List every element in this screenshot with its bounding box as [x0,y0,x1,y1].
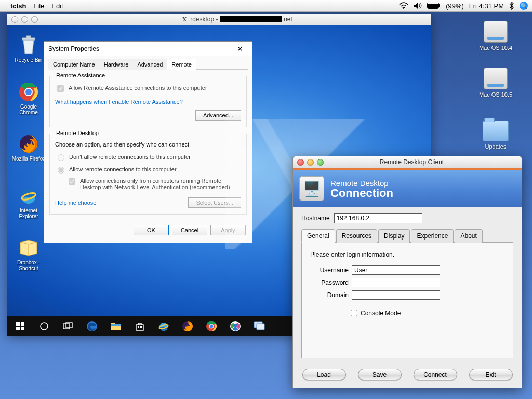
spotlight-icon[interactable]: 🔍 [520,2,528,10]
rdc-tab-about[interactable]: About [455,229,482,243]
svg-rect-3 [428,4,438,8]
rdc-tab-display[interactable]: Display [378,229,410,243]
sysprop-ok-button[interactable]: OK [134,225,169,235]
ra-help-link[interactable]: What happens when I enable Remote Assist… [55,99,183,105]
win-icon-recycle-bin[interactable]: Recycle Bin [10,35,47,63]
rdc-exit-button[interactable]: Exit [469,369,513,380]
rdc-banner: 🖥️ Remote Desktop Connection [293,168,522,207]
console-mode-checkbox[interactable] [351,310,357,316]
volume-icon[interactable] [414,2,422,9]
taskbar-rdesktop[interactable] [247,316,271,336]
taskbar-edge[interactable] [80,316,104,336]
x11-title: Xrdesktop - .net [42,16,431,23]
win-icon-ie[interactable]: Internet Explorer [10,185,47,219]
sysprop-titlebar[interactable]: System Properties ✕ [44,42,252,56]
tab-remote[interactable]: Remote [167,59,196,70]
remote-desktop-group: Remote Desktop Choose an option, and the… [49,134,247,215]
svg-rect-19 [138,326,139,328]
tab-computer-name[interactable]: Computer Name [48,59,100,70]
rdc-connect-button[interactable]: Connect [414,369,457,380]
ra-advanced-button[interactable]: Advanced... [195,110,241,121]
svg-point-28 [234,324,237,327]
wifi-icon[interactable] [399,2,408,9]
desktop-hd-2-label: Mac OS 10.5 [479,91,512,98]
rdc-tab-resources[interactable]: Resources [336,229,377,243]
battery-icon[interactable] [427,3,441,9]
desktop-hd-1-label: Mac OS 10.4 [479,45,512,51]
menubar-clock[interactable]: Fri 4:31 PM [469,2,504,10]
task-view-button[interactable] [56,316,80,336]
x11-icon: X [181,16,188,23]
win-icon-dropbox[interactable]: Dropbox - Shortcut [10,237,47,271]
sysprop-title: System Properties [48,45,232,52]
rdc-window: Remote Desktop Client 🖥️ Remote Desktop … [292,156,522,388]
x11-minimize-button[interactable] [21,16,28,23]
file-menu[interactable]: File [33,2,44,10]
rdc-brand-icon: 🖥️ [299,176,324,201]
username-input[interactable] [352,265,440,275]
username-label: Username [310,267,349,274]
rd-radio-allow[interactable]: Allow remote connections to this compute… [55,165,241,174]
taskbar-people[interactable] [223,316,247,336]
password-input[interactable] [352,278,440,287]
rdc-load-button[interactable]: Load [302,369,346,380]
svg-point-6 [25,89,32,95]
ra-legend: Remote Assistance [54,72,107,78]
start-button[interactable] [8,316,32,336]
hostname-input[interactable] [334,213,422,223]
taskbar-firefox[interactable] [176,316,200,336]
rdc-prompt: Please enter login information. [310,251,504,258]
edit-menu[interactable]: Edit [51,2,63,10]
desktop-hd-2[interactable]: Mac OS 10.5 [475,68,516,98]
rdc-tabs: General Resources Display Experience Abo… [301,229,513,243]
console-mode-label: Console Mode [361,310,401,317]
sysprop-apply-button[interactable]: Apply [210,225,246,235]
redacted-host [220,16,282,22]
desktop-folder-updates-label: Updates [485,143,507,150]
hostname-label: Hostname [301,215,330,222]
desktop-folder-updates[interactable]: Updates [475,119,516,150]
sysprop-cancel-button[interactable]: Cancel [172,225,207,235]
rdc-tab-experience[interactable]: Experience [411,229,454,243]
rdc-minimize-button[interactable] [307,159,314,166]
win-icon-chrome[interactable]: Google Chrome [10,82,47,115]
rd-help-link[interactable]: Help me choose [55,200,97,206]
select-users-button[interactable]: Select Users... [188,197,241,208]
tab-advanced[interactable]: Advanced [132,59,167,70]
rd-nla-checkbox[interactable]: Allow connections only from computers ru… [66,178,241,190]
svg-rect-11 [21,322,24,326]
svg-rect-13 [21,327,24,330]
taskbar-ie[interactable] [152,316,176,336]
svg-rect-18 [111,324,121,326]
taskbar-store[interactable] [128,316,152,336]
rd-intro: Choose an option, and then specify who c… [55,141,241,148]
password-label: Password [310,279,349,286]
rdc-save-button[interactable]: Save [358,369,402,380]
taskbar-explorer[interactable] [104,316,128,336]
rdc-tab-general[interactable]: General [301,229,335,243]
ra-allow-checkbox[interactable]: Allow Remote Assistance connections to t… [55,85,241,94]
svg-rect-20 [140,326,142,328]
x11-titlebar[interactable]: Xrdesktop - .net [7,14,431,25]
svg-point-0 [403,8,404,9]
svg-point-14 [41,323,48,330]
domain-input[interactable] [352,290,440,300]
desktop-hd-1[interactable]: Mac OS 10.4 [475,21,516,51]
rdc-close-button[interactable] [297,159,304,166]
rd-legend: Remote Desktop [54,130,101,136]
rdc-general-pane: Please enter login information. Username… [301,243,513,358]
app-menu[interactable]: tclsh [10,2,26,10]
sysprop-close-button[interactable]: ✕ [232,45,248,53]
x11-zoom-button[interactable] [31,16,38,23]
rdc-zoom-button[interactable] [317,159,324,166]
taskbar-chrome[interactable] [200,316,223,336]
rdc-titlebar[interactable]: Remote Desktop Client [293,156,522,168]
bluetooth-icon[interactable] [509,2,514,10]
svg-point-26 [210,325,214,328]
cortana-button[interactable] [32,316,56,336]
sysprop-tabs: Computer Name Hardware Advanced Remote [48,58,248,70]
x11-close-button[interactable] [11,16,18,23]
rd-radio-deny[interactable]: Don't allow remote connections to this c… [55,153,241,161]
tab-hardware[interactable]: Hardware [99,59,134,70]
win-icon-firefox[interactable]: Mozilla Firefox [10,134,47,162]
